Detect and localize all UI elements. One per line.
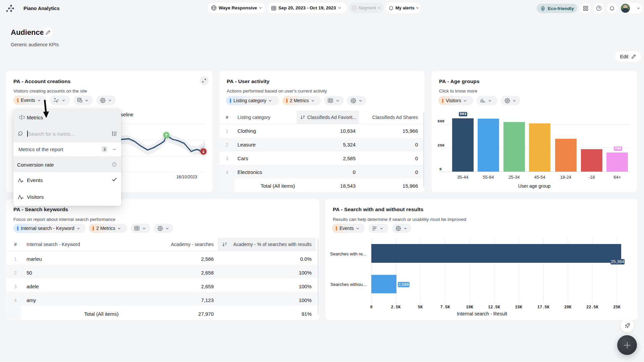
svg-text:16/10/2023: 16/10/2023 <box>176 175 197 179</box>
